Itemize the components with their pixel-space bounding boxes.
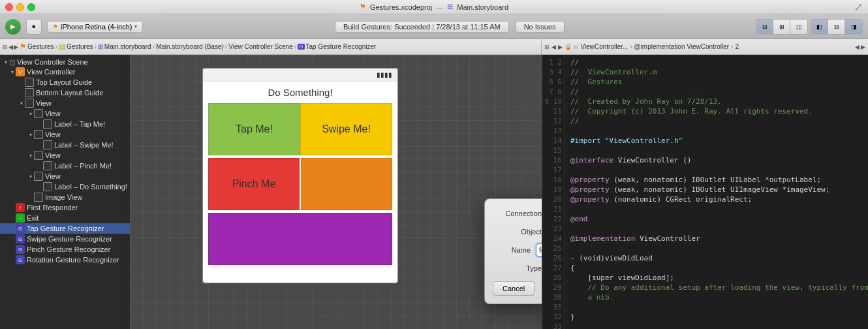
resize-icon[interactable]: ⤢: [854, 1, 863, 13]
iphone-frame: ▮▮▮▮ Do Something! Tap Me! Swipe Me! Pin…: [202, 68, 398, 283]
bc-storyboard-base[interactable]: Main.storyboard (Base): [156, 43, 224, 50]
label-pinch-label: Label – Pinch Me!: [54, 162, 112, 170]
pinch-button[interactable]: Pinch Me: [208, 158, 300, 210]
bc-icon-storyboard: ⊞: [98, 43, 103, 50]
line-numbers: 1 2 3 4 5 6 7 8 9 10 11 12 13 14 15 16 1…: [542, 55, 565, 329]
rotate-button[interactable]: [301, 158, 392, 210]
top-layout-label: Top Layout Guide: [36, 78, 92, 86]
code-content[interactable]: // // ViewController.m // Gestures // //…: [565, 55, 868, 329]
vc-scene-label: View Controller Scene: [17, 58, 88, 66]
purple-row: [208, 213, 392, 265]
code-line-label[interactable]: 2: [735, 43, 739, 50]
bottom-layout-icon: [25, 88, 34, 97]
swipe-button[interactable]: Swipe Me!: [300, 103, 392, 155]
close-button[interactable]: [5, 3, 13, 11]
nav-image-view[interactable]: ▸ Image View: [0, 192, 130, 202]
cancel-button[interactable]: Cancel: [493, 281, 535, 296]
nav-tree: ▾ ◫ View Controller Scene ▾ V View Contr…: [0, 55, 130, 268]
label-tap-label: Label – Tap Me!: [54, 120, 105, 128]
view-sub1-label: View: [45, 110, 61, 118]
nav-grid-icon: ⊞: [3, 44, 8, 50]
right-breadcrumb: ⊞ ◀ ▶ 🔒 m ViewController... › @implement…: [542, 39, 868, 54]
title-bar: ⚑ Gestures.xcodeproj — ⊞ Main.storyboard…: [0, 0, 868, 14]
connection-label: Connection: [493, 210, 542, 217]
nav-exit[interactable]: ▸ → Exit: [0, 213, 130, 223]
nav-label-dosomething[interactable]: ▸ Label – Do Something!: [0, 181, 130, 192]
main-content: ▾ ◫ View Controller Scene ▾ V View Contr…: [0, 55, 868, 329]
back-btn[interactable]: ◀: [8, 44, 13, 50]
build-time-text: 7/28/13 at 11:15 AM: [436, 23, 500, 31]
nav-top-layout[interactable]: ▸ Top Layout Guide: [0, 77, 130, 87]
view-sub4-triangle-icon: ▾: [27, 174, 34, 180]
editor-toggle-group: ⊟ ⊞ ◫: [756, 19, 808, 35]
view-sub3-triangle-icon: ▾: [27, 153, 34, 159]
vc-triangle-icon: ▾: [9, 69, 16, 75]
bc-icon-gestures: ⚑: [20, 42, 26, 51]
code-nav-right-btns: ◀ ▶: [855, 44, 865, 50]
nav-label-pinch[interactable]: ▸ Label – Pinch Me!: [0, 161, 130, 171]
code-nav-next[interactable]: ▶: [861, 44, 865, 50]
inspector-toggle-btn[interactable]: ◨: [845, 20, 862, 34]
nav-label-swipe[interactable]: ▸ Label – Swipe Me!: [0, 140, 130, 150]
window-title: ⚑ Gestures.xcodeproj — ⊞ Main.storyboard: [360, 3, 508, 11]
view-sub3-icon: [34, 151, 43, 160]
bc-vc-scene[interactable]: View Controller Scene: [228, 43, 293, 50]
tap-button[interactable]: Tap Me!: [208, 103, 300, 155]
nav-first-responder[interactable]: ▸ ! First Responder: [0, 202, 130, 213]
bc-sep5: ›: [294, 43, 296, 50]
nav-view-sub4[interactable]: ▾ View: [0, 171, 130, 181]
scheme-selector[interactable]: ⚑ iPhone Retina (4-inch) ▾: [47, 21, 143, 33]
bc-gestures[interactable]: Gestures: [27, 43, 54, 50]
nav-label-tap[interactable]: ▸ Label – Tap Me!: [0, 119, 130, 129]
code-back-btn[interactable]: ◀: [551, 44, 556, 50]
bottom-layout-label: Bottom Layout Guide: [36, 89, 103, 97]
pinch-gesture-label: Pinch Gesture Recognizer: [27, 245, 110, 253]
assistant-editor-btn[interactable]: ⊞: [773, 20, 790, 34]
debug-toggle-btn[interactable]: ⊟: [828, 20, 845, 34]
minimize-button[interactable]: [16, 3, 24, 11]
bc-sep3: ›: [153, 43, 155, 50]
nav-bottom-layout[interactable]: ▸ Bottom Layout Guide: [0, 87, 130, 98]
purple-button[interactable]: [208, 213, 392, 265]
code-nav-prev[interactable]: ◀: [855, 44, 860, 50]
nav-view-sub2[interactable]: ▾ View: [0, 129, 130, 140]
bc-tap-gesture[interactable]: Tap Gesture Recognizer: [306, 43, 377, 50]
forward-btn[interactable]: ▶: [14, 44, 18, 50]
code-forward-btn[interactable]: ▶: [558, 44, 563, 50]
nav-view-sub1[interactable]: ▾ View: [0, 108, 130, 119]
code-nav-grid-icon: ⊞: [544, 44, 550, 50]
name-input[interactable]: [536, 243, 542, 257]
project-file-icon: ⚑: [360, 3, 366, 11]
label-tap-icon: [43, 119, 52, 129]
view-sub2-icon: [34, 130, 43, 139]
version-editor-btn[interactable]: ◫: [790, 20, 807, 34]
nav-view-controller[interactable]: ▾ V View Controller: [0, 67, 130, 77]
scheme-label: iPhone Retina (4-inch): [61, 23, 132, 31]
bc-main-storyboard[interactable]: Main.storyboard: [104, 43, 151, 50]
object-row: Object V View Controller: [493, 225, 542, 238]
nav-pinch-gesture[interactable]: ▸ G Pinch Gesture Recognizer: [0, 244, 130, 255]
view-main-label: View: [36, 99, 52, 107]
navigator-toggle-btn[interactable]: ◧: [811, 20, 828, 34]
nav-swipe-gesture[interactable]: ▸ G Swipe Gesture Recognizer: [0, 234, 130, 244]
maximize-button[interactable]: [27, 3, 35, 11]
code-file-icon: m: [574, 44, 579, 50]
nav-view-main[interactable]: ▾ View: [0, 98, 130, 108]
standard-editor-btn[interactable]: ⊟: [756, 20, 773, 34]
code-vc-label[interactable]: ViewController...: [581, 43, 628, 50]
nav-vc-scene[interactable]: ▾ ◫ View Controller Scene: [0, 57, 130, 67]
exit-icon: →: [16, 213, 25, 223]
name-row: Name: [493, 243, 542, 257]
code-sep1: ›: [630, 43, 632, 50]
bc-icon-folder: ▤: [59, 42, 65, 51]
run-button[interactable]: ▶: [5, 19, 21, 35]
nav-view-sub3[interactable]: ▾ View: [0, 150, 130, 161]
nav-tap-gesture[interactable]: ▸ G Tap Gesture Recognizer: [0, 223, 130, 234]
code-impl-label[interactable]: @implementation ViewController: [634, 43, 729, 50]
breadcrumb-container: ⊞ ◀ ▶ ⚑ Gestures › ▤ Gestures › ⊞ Main.s…: [0, 39, 868, 55]
stop-button[interactable]: ■: [26, 19, 42, 35]
nav-rotation-gesture[interactable]: ▸ G Rotation Gesture Recognizer: [0, 255, 130, 265]
type-label: Type: [493, 264, 542, 272]
name-label: Name: [493, 246, 531, 254]
bc-gestures2[interactable]: Gestures: [67, 43, 93, 50]
